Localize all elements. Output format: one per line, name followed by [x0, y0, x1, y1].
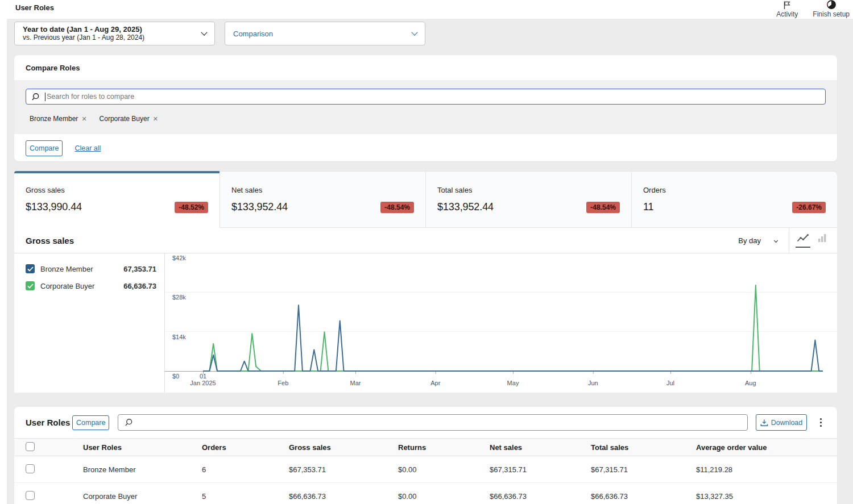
svg-text:Feb: Feb	[278, 380, 288, 386]
download-button[interactable]: Download	[756, 414, 807, 431]
selected-roles-tags: Bronze Member✕Corporate Buyer✕	[30, 114, 826, 123]
svg-text:Jul: Jul	[666, 380, 674, 386]
stat-delta-badge: -26.67%	[792, 202, 826, 213]
sales-line-chart[interactable]: $0$14k$28k$42k01Jan 2025FebMarAprMayJunJ…	[165, 253, 837, 393]
date-range-secondary: vs. Previous year (Jan 1 - Aug 28, 2024)	[23, 34, 144, 41]
download-icon	[760, 419, 768, 427]
comparison-filter[interactable]: Comparison	[225, 22, 425, 45]
interval-label: By day	[738, 236, 761, 245]
svg-text:Apr: Apr	[430, 380, 440, 386]
column-header[interactable]: Total sales	[591, 439, 696, 456]
interval-dropdown[interactable]: By day	[738, 236, 777, 245]
svg-text:$14k: $14k	[172, 334, 186, 340]
roles-search-field[interactable]	[47, 93, 820, 101]
table-search-input[interactable]	[118, 414, 748, 431]
column-header[interactable]: Orders	[202, 439, 289, 456]
chart-legend: Bronze Member67,353.71Corporate Buyer66,…	[14, 253, 165, 393]
row-checkbox[interactable]	[26, 464, 35, 473]
line-chart-toggle[interactable]	[796, 233, 810, 248]
table-cell: $13,327.35	[696, 483, 837, 504]
remove-tag-icon[interactable]: ✕	[153, 115, 158, 123]
stat-tab-net-sales[interactable]: Net sales$133,952.44-48.54%	[220, 171, 425, 228]
text-caret	[45, 93, 45, 101]
column-header[interactable]: Net sales	[490, 439, 591, 456]
date-range-filter[interactable]: Year to date (Jan 1 - Aug 29, 2025) vs. …	[14, 22, 215, 45]
table-cell: $67,315.71	[490, 456, 591, 483]
column-header[interactable]: Average order value	[696, 439, 837, 456]
stat-tab-value: 11	[643, 201, 654, 213]
chart-title: Gross sales	[26, 236, 74, 245]
legend-item[interactable]: Bronze Member67,353.71	[14, 260, 164, 277]
svg-text:May: May	[507, 380, 519, 386]
finish-setup-button[interactable]: Finish setup	[813, 1, 850, 18]
flag-icon	[782, 1, 792, 10]
table-menu-button[interactable]	[815, 416, 826, 429]
legend-item[interactable]: Corporate Buyer66,636.73	[14, 277, 164, 294]
chevron-down-icon	[201, 29, 207, 35]
download-label: Download	[771, 419, 803, 427]
stat-tab-label: Gross sales	[26, 186, 208, 194]
stat-tab-value: $133,990.44	[26, 201, 82, 213]
page-title: User Roles	[15, 3, 54, 12]
divider	[789, 228, 789, 253]
legend-value: 67,353.71	[123, 265, 156, 273]
svg-text:Jan 2025: Jan 2025	[190, 380, 216, 386]
role-tag: Corporate Buyer✕	[100, 115, 158, 123]
table-cell: Bronze Member	[83, 456, 202, 483]
remove-tag-icon[interactable]: ✕	[81, 115, 86, 123]
svg-text:$28k: $28k	[172, 294, 186, 301]
clear-all-link[interactable]: Clear all	[74, 144, 101, 152]
table-title: User Roles	[26, 418, 70, 427]
date-range-primary: Year to date (Jan 1 - Aug 29, 2025)	[23, 26, 144, 34]
legend-checkbox[interactable]	[26, 264, 35, 273]
stat-tab-value: $133,952.44	[437, 201, 494, 213]
stat-tab-value: $133,952.44	[231, 201, 288, 213]
table-cell: $0.00	[398, 483, 490, 504]
svg-text:01: 01	[200, 373, 206, 380]
stat-tab-label: Orders	[643, 186, 826, 194]
table-row: Corporate Buyer5$66,636.73$0.00$66,636.7…	[14, 483, 837, 504]
stat-delta-badge: -48.54%	[586, 202, 620, 213]
column-header[interactable]: Gross sales	[289, 439, 398, 456]
filters-row: Year to date (Jan 1 - Aug 29, 2025) vs. …	[14, 22, 837, 45]
stat-tab-gross-sales[interactable]: Gross sales$133,990.44-48.52%	[14, 171, 220, 228]
setup-progress-icon	[826, 0, 837, 10]
table-cell: $67,353.71	[289, 456, 398, 483]
column-header[interactable]: User Roles	[83, 439, 202, 456]
legend-label: Corporate Buyer	[40, 282, 94, 290]
table-compare-button[interactable]: Compare	[72, 415, 109, 430]
search-icon	[31, 93, 40, 101]
role-tag-label: Bronze Member	[30, 115, 78, 123]
line-chart-icon	[797, 234, 809, 242]
bar-chart-toggle[interactable]	[817, 233, 828, 248]
role-tag-label: Corporate Buyer	[100, 115, 150, 123]
select-all-checkbox[interactable]	[26, 442, 35, 451]
stats-and-chart-card: Gross sales$133,990.44-48.52%Net sales$1…	[14, 171, 837, 393]
activity-button[interactable]: Activity	[776, 1, 798, 18]
stat-delta-badge: -48.54%	[380, 202, 414, 213]
stat-tab-orders[interactable]: Orders11-26.67%	[631, 171, 837, 228]
roles-search-input[interactable]	[26, 89, 826, 105]
user-roles-table: User RolesOrdersGross salesReturnsNet sa…	[14, 438, 837, 504]
topbar: User Roles Activity Finish setup	[0, 0, 853, 19]
stat-tab-total-sales[interactable]: Total sales$133,952.44-48.54%	[425, 171, 631, 228]
legend-checkbox[interactable]	[26, 281, 35, 290]
row-checkbox[interactable]	[26, 491, 35, 500]
column-header[interactable]: Returns	[398, 439, 490, 456]
table-cell: $66,636.73	[591, 483, 696, 504]
table-cell: $67,315.71	[591, 456, 696, 483]
search-icon	[125, 418, 133, 427]
table-cell: 5	[202, 483, 289, 504]
compare-button[interactable]: Compare	[26, 140, 63, 156]
table-cell: Corporate Buyer	[83, 483, 202, 504]
table-header-row: User RolesOrdersGross salesReturnsNet sa…	[14, 439, 837, 456]
role-tag: Bronze Member✕	[30, 115, 87, 123]
table-row: Bronze Member6$67,353.71$0.00$67,315.71$…	[14, 456, 837, 483]
table-cell: $0.00	[398, 456, 490, 483]
stat-delta-badge: -48.52%	[175, 202, 208, 213]
user-roles-table-card: User Roles Compare Download	[14, 407, 837, 504]
table-cell: 6	[202, 456, 289, 483]
table-cell: $66,636.73	[289, 483, 398, 504]
activity-label: Activity	[776, 10, 798, 18]
chevron-down-icon	[411, 29, 417, 35]
